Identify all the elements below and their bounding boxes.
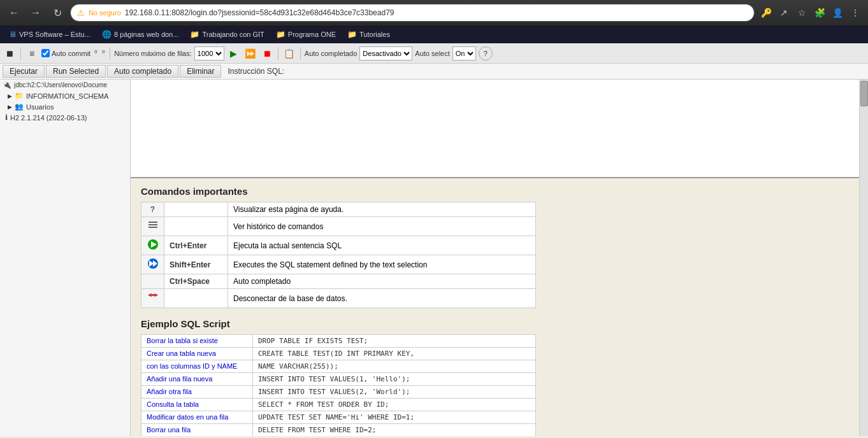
users-icon: 👥 <box>15 102 24 111</box>
extension-icon[interactable]: 🧩 <box>812 5 827 20</box>
cmd-desc: Ver histórico de comandos <box>228 217 536 236</box>
max-rows-select[interactable]: 1000 500 100 <box>194 46 224 60</box>
version-item: ℹ H2 2.1.214 (2022-06-13) <box>0 112 130 123</box>
connection-label: jdbc:h2:C:\Users\lenovo\Docume <box>14 81 107 88</box>
svg-rect-1 <box>148 224 157 225</box>
commands-title: Comandos importantes <box>141 186 849 197</box>
clipboard-button[interactable]: 📋 <box>282 46 296 60</box>
bookmark-vps[interactable]: 🖥 VPS Software – Estu... <box>4 29 96 40</box>
script-code: SELECT * FROM TEST ORDER BY ID; <box>253 399 536 411</box>
script-code: CREATE TABLE TEST(ID INT PRIMARY KEY, <box>253 348 536 360</box>
action-bar: Ejecutar Run Selected Auto completado El… <box>0 64 868 80</box>
menu-icon[interactable]: ⋮ <box>848 5 863 20</box>
content-area: Comandos importantes ? Visualizar esta p… <box>131 80 859 436</box>
warning-label: No seguro <box>89 9 121 17</box>
cmd-icon-runsel <box>141 255 164 274</box>
disconnect-button[interactable]: ⏹ <box>3 46 17 60</box>
auto-select-label: Auto select <box>415 50 449 57</box>
run-selected-button2[interactable]: ⏩ <box>243 46 257 60</box>
cmd-shortcut <box>164 289 228 308</box>
auto-select-select[interactable]: On Off <box>452 46 476 60</box>
cmd-shortcut <box>164 202 228 217</box>
auto-commit-input[interactable] <box>41 49 50 57</box>
share-icon[interactable]: ↗ <box>776 5 792 20</box>
svg-rect-0 <box>148 222 157 223</box>
connection-item[interactable]: 🔌 jdbc:h2:C:\Users\lenovo\Docume <box>0 80 130 90</box>
expand-icon2: ▶ <box>8 104 12 110</box>
script-link[interactable]: Consulta la tabla <box>141 399 253 411</box>
refresh-button[interactable]: ↻ <box>48 4 66 22</box>
script-code: UPDATE TEST SET NAME='Hi' WHERE ID=1; <box>253 411 536 424</box>
table-row: con las columnas ID y NAME NAME VARCHAR(… <box>141 360 536 373</box>
table-row: Ctrl+Space Auto completado <box>141 274 536 289</box>
table-row: Ver histórico de comandos <box>141 217 536 236</box>
ejecutar-button[interactable]: Ejecutar <box>3 65 45 78</box>
stop-button[interactable]: ⏹ <box>260 46 274 60</box>
commands-table: ? Visualizar esta página de ayuda. Ver h… <box>141 202 536 308</box>
script-code: NAME VARCHAR(255)); <box>253 360 536 373</box>
address-bar[interactable]: ⚠ No seguro 192.168.0.11:8082/login.do?j… <box>70 4 755 22</box>
folder-icon: 📁 <box>15 92 24 100</box>
bookmark-one[interactable]: 📁 Programa ONE <box>271 29 341 40</box>
svg-rect-10 <box>154 293 156 297</box>
scrollbar-thumb[interactable] <box>860 81 868 106</box>
table-row: Shift+Enter Executes the SQL statement d… <box>141 255 536 274</box>
table-row: Borrar la tabla si existe DROP TABLE IF … <box>141 335 536 348</box>
history-button[interactable]: ≡ <box>25 46 39 60</box>
bookmark-pages[interactable]: 🌐 8 páginas web don... <box>97 29 184 40</box>
toolbar: ⏹ ≡ Auto commit ⁰ ⁰ Número máximo de fil… <box>0 43 868 64</box>
back-button[interactable]: ← <box>5 4 23 22</box>
help-button[interactable]: ? <box>479 46 493 60</box>
usuarios-item[interactable]: ▶ 👥 Usuarios <box>0 101 130 112</box>
cmd-shortcut: Shift+Enter <box>164 255 228 274</box>
info-schema-item[interactable]: ▶ 📁 INFORMATION_SCHEMA <box>0 90 130 101</box>
auto-complete-label: Auto completado <box>305 50 358 57</box>
auto-completado-button[interactable]: Auto completado <box>107 65 178 78</box>
eliminar-button[interactable]: Eliminar <box>180 65 221 78</box>
table-row: Borrar una fila DELETE FROM TEST WHERE I… <box>141 424 536 437</box>
sidebar: 🔌 jdbc:h2:C:\Users\lenovo\Docume ▶ 📁 INF… <box>0 80 131 436</box>
script-link[interactable]: Crear una tabla nueva <box>141 348 253 360</box>
script-link[interactable]: Añadir otra fila <box>141 386 253 399</box>
script-link[interactable]: Añadir una fila nueva <box>141 373 253 386</box>
connection-icon: 🔌 <box>3 81 11 89</box>
counter-2-button[interactable]: ⁰ <box>101 46 106 60</box>
scrollbar-track[interactable] <box>859 80 868 436</box>
script-link[interactable]: Modificar datos en una fila <box>141 411 253 424</box>
separator-3 <box>278 47 278 60</box>
script-link[interactable]: con las columnas ID y NAME <box>141 360 253 373</box>
bookmark-label: Trabajando con GIT <box>202 31 264 38</box>
forward-button[interactable]: → <box>27 4 45 22</box>
counter-1-button[interactable]: ⁰ <box>93 46 98 60</box>
execute-button[interactable]: ▶ <box>227 46 241 60</box>
script-link[interactable]: Borrar la tabla si existe <box>141 335 253 348</box>
table-row: Crear una tabla nueva CREATE TABLE TEST(… <box>141 348 536 360</box>
bookmark-tutoriales[interactable]: 📁 Tutoriales <box>342 29 395 40</box>
bookmark-git[interactable]: 📁 Trabajando con GIT <box>185 29 269 40</box>
cmd-icon-history <box>141 217 164 236</box>
svg-rect-8 <box>148 294 157 296</box>
version-label: H2 2.1.214 (2022-06-13) <box>10 114 87 122</box>
table-row: Añadir una fila nueva INSERT INTO TEST V… <box>141 373 536 386</box>
cmd-icon-execute <box>141 236 164 255</box>
star-icon[interactable]: ☆ <box>794 5 809 20</box>
separator-1 <box>20 47 21 60</box>
table-row: Consulta la tabla SELECT * FROM TEST ORD… <box>141 399 536 411</box>
script-table: Borrar la tabla si existe DROP TABLE IF … <box>141 334 536 436</box>
profile-icon[interactable]: 👤 <box>830 5 845 20</box>
auto-complete-select[interactable]: Desactivado Activado <box>359 46 412 60</box>
run-selected-button[interactable]: Run Selected <box>46 65 106 78</box>
auto-commit-checkbox[interactable]: Auto commit <box>41 49 90 57</box>
bookmark-label: VPS Software – Estu... <box>19 31 90 38</box>
auto-commit-label: Auto commit <box>52 50 90 57</box>
key-icon[interactable]: 🔑 <box>758 5 774 20</box>
cmd-desc: Ejecuta la actual sentencia SQL <box>228 236 536 255</box>
bookmark-label: Programa ONE <box>288 31 336 38</box>
browser-bar: ← → ↻ ⚠ No seguro 192.168.0.11:8082/logi… <box>0 0 868 25</box>
cmd-desc: Auto completado <box>228 274 536 289</box>
table-row: ? Visualizar esta página de ayuda. <box>141 202 536 217</box>
cmd-desc: Visualizar esta página de ayuda. <box>228 202 536 217</box>
script-link[interactable]: Borrar una fila <box>141 424 253 437</box>
table-row: Modificar datos en una fila UPDATE TEST … <box>141 411 536 424</box>
sql-editor[interactable] <box>131 80 859 178</box>
